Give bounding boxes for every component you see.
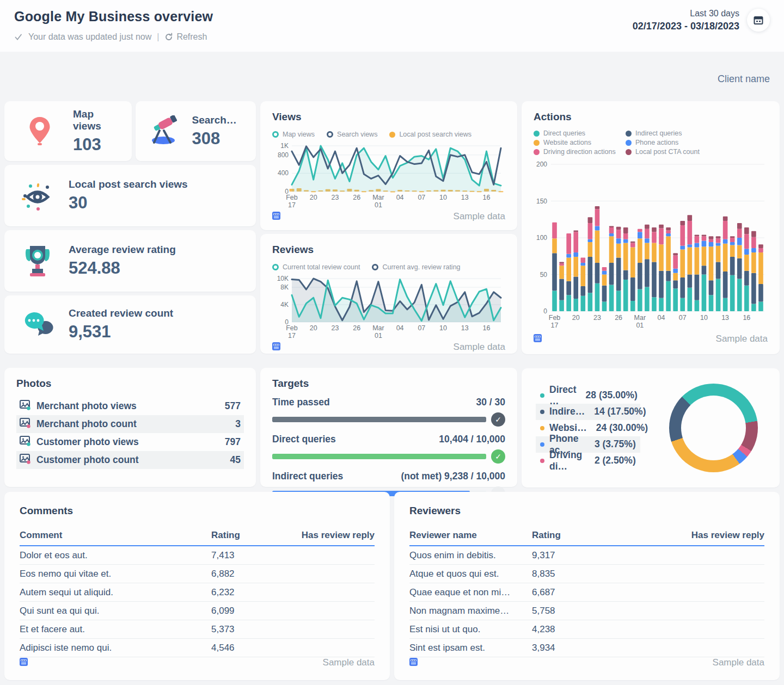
photo-label: Merchant photo count [36, 418, 137, 430]
svg-text:20: 20 [310, 324, 317, 332]
column-header[interactable]: Rating [211, 530, 274, 541]
reviews-line-chart[interactable]: 10K8K4K0Feb17202326Mar010407101316 [272, 275, 505, 342]
table-row[interactable]: Quae eaque et non mi…6,687 [409, 583, 764, 602]
legend-item[interactable]: Phone actions [626, 139, 713, 146]
views-line-chart[interactable]: 1K8004000Feb17202326Mar010407101316 [272, 143, 505, 211]
donut-legend-item[interactable]: Direct …28 (35.00%) [536, 387, 640, 404]
sample-data-label: Sample data [454, 211, 505, 222]
svg-text:23: 23 [331, 324, 339, 332]
donut-legend-item[interactable]: Driving di…2 (2.50%) [536, 453, 640, 469]
legend-item[interactable]: Current avg. review rating [372, 263, 460, 271]
direct-queries-marker-icon [534, 131, 540, 137]
refresh-button[interactable]: Refresh [164, 32, 207, 42]
views-chart-card: Views Map viewsSearch viewsLocal post se… [260, 101, 517, 230]
table-header-row: CommentRatingHas review reply [20, 526, 375, 546]
target-value: 10,404 / 10,000 [439, 434, 505, 445]
legend-item[interactable]: Search views [327, 131, 377, 138]
table-row[interactable]: Sint est ipsam est.3,934 [409, 639, 764, 657]
sample-data-label: Sample data [454, 342, 505, 353]
calendar-button[interactable] [747, 9, 770, 32]
photo-value: 577 [225, 400, 241, 412]
gmb-logo-icon [272, 342, 280, 353]
table-row[interactable]: Est nisi ut ut quo.4,238 [409, 620, 764, 639]
table-cell: 6,882 [211, 569, 274, 579]
table-cell: 3,934 [532, 643, 661, 653]
legend-label: Driving di… [549, 449, 585, 472]
column-header[interactable]: Reviewer name [409, 530, 532, 541]
table-row[interactable]: Atque et quos qui est.8,835 [409, 565, 764, 583]
legend-label: Website actions [543, 139, 591, 146]
date-range-value: 02/17/2023 - 03/18/2023 [633, 21, 739, 32]
legend-dot-icon [540, 393, 544, 398]
legend-label: Direct … [549, 384, 577, 407]
donut-legend-item[interactable]: Indire…14 (17.50%) [536, 404, 640, 420]
table-cell: 5,758 [532, 606, 661, 616]
legend-item[interactable]: Website actions [534, 139, 621, 146]
legend-dot-icon [540, 459, 544, 463]
column-header[interactable]: Rating [532, 530, 661, 541]
page-title: Google My Business overview [14, 9, 213, 24]
eye-icon [21, 179, 54, 213]
table-row[interactable]: Adipisci iste nemo qui.4,546 [20, 639, 375, 657]
legend-label: Local post CTA count [635, 148, 700, 156]
trophy-icon [21, 244, 54, 278]
reviewers-card: Reviewers Reviewer nameRatingHas review … [394, 492, 780, 680]
table-row[interactable]: Autem sequi ut aliquid.6,232 [20, 583, 375, 602]
legend-item[interactable]: Map views [272, 131, 315, 138]
table-row[interactable]: Non magnam maxime…5,758 [409, 602, 764, 620]
table-row[interactable]: Qui sunt ea qui qui.6,099 [20, 602, 375, 620]
svg-text:04: 04 [658, 314, 665, 322]
table-row[interactable]: Quos enim in debitis.9,317 [409, 546, 764, 565]
svg-text:8K: 8K [280, 283, 289, 291]
customer-photo-views-icon [20, 436, 31, 449]
table-row[interactable]: Eos nemo qui vitae et.6,882 [20, 565, 375, 583]
table-cell: 6,232 [211, 587, 274, 598]
svg-text:Feb: Feb [549, 314, 561, 322]
client-name[interactable]: Client name [718, 73, 770, 84]
svg-text:07: 07 [418, 194, 425, 201]
target-progress-bar [272, 454, 486, 459]
table-row[interactable]: Dolor et eos aut.7,413 [20, 546, 375, 565]
donut-chart[interactable] [669, 384, 758, 472]
legend-label: Websi… [549, 422, 587, 434]
svg-text:200: 200 [536, 161, 547, 168]
column-header[interactable]: Has review reply [274, 530, 375, 541]
phone-actions-marker-icon [626, 140, 632, 146]
target-status-icon: ✓ [491, 412, 505, 427]
comments-title: Comments [20, 505, 375, 517]
views-title: Views [272, 111, 505, 123]
map-views-marker-icon [272, 131, 279, 138]
actions-stacked-bar-chart[interactable]: 200150100500Feb17202326Mar010407101316 [534, 160, 768, 332]
legend-item[interactable]: Indirect queries [626, 129, 713, 137]
column-header[interactable]: Comment [20, 530, 211, 541]
legend-item[interactable]: Driving direction actions [534, 148, 621, 156]
target-status-icon: ✓ [491, 449, 505, 464]
legend-item[interactable]: Local post search views [389, 131, 471, 138]
legend-label: Phone actions [635, 139, 678, 146]
kpi-value: 103 [73, 135, 120, 155]
target-progress-bar [272, 417, 486, 422]
refresh-icon [164, 33, 173, 41]
column-header[interactable]: Has review reply [661, 530, 764, 541]
table-cell: Et et facere aut. [20, 624, 211, 635]
merchant-photo-count-icon [20, 418, 31, 431]
table-cell: 4,238 [532, 624, 661, 635]
legend-item[interactable]: Current total review count [272, 263, 360, 271]
website-actions-marker-icon [534, 140, 540, 146]
table-cell: Eos nemo qui vitae et. [20, 569, 211, 579]
svg-text:17: 17 [551, 322, 559, 329]
legend-dot-icon [540, 442, 544, 447]
svg-text:16: 16 [483, 194, 491, 201]
legend-item[interactable]: Local post CTA count [626, 148, 713, 156]
svg-text:17: 17 [288, 332, 296, 340]
svg-text:01: 01 [375, 201, 382, 209]
legend-label: Indire… [549, 406, 585, 417]
kpi-value: 30 [69, 193, 188, 213]
legend-label: Local post search views [399, 131, 471, 138]
legend-label: Direct queries [543, 129, 585, 137]
svg-text:26: 26 [353, 324, 360, 332]
local-post-search-views-marker-icon [389, 132, 395, 138]
target-label: Time passed [272, 397, 330, 408]
table-row[interactable]: Et et facere aut.5,373 [20, 620, 375, 639]
legend-item[interactable]: Direct queries [534, 129, 621, 137]
